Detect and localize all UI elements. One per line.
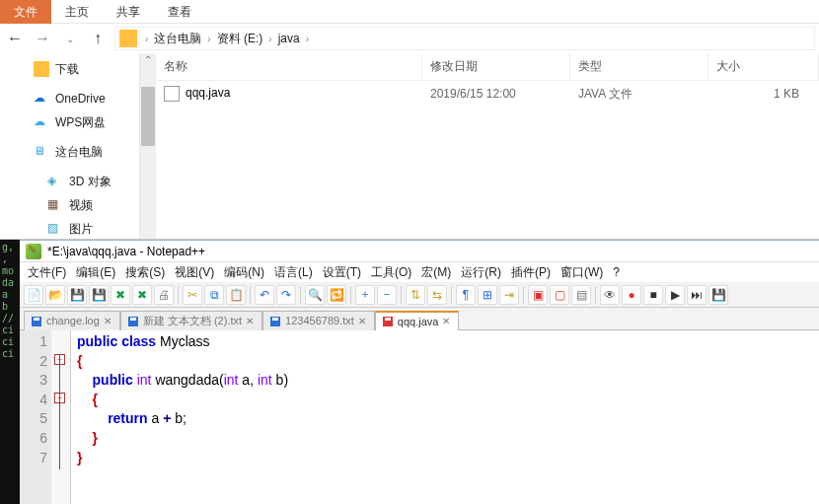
toolbar-separator bbox=[451, 286, 452, 304]
save-all-icon[interactable]: 💾 bbox=[89, 285, 109, 305]
scrollbar[interactable]: ⌃ bbox=[139, 53, 155, 239]
folder-icon bbox=[34, 61, 49, 77]
file-tabs: change.log✕新建 文本文档 (2).txt✕123456789.txt… bbox=[20, 308, 819, 329]
menu-item[interactable]: 运行(R) bbox=[457, 264, 505, 281]
hide-lines-icon[interactable]: ▤ bbox=[571, 285, 591, 305]
ribbon-tab-0[interactable]: 文件 bbox=[0, 0, 51, 24]
sidebar-item-0[interactable]: 下载 bbox=[0, 57, 155, 81]
sidebar-item-label: 3D 对象 bbox=[69, 174, 112, 190]
ribbon-tab-2[interactable]: 共享 bbox=[103, 0, 154, 24]
play-icon[interactable]: ▶ bbox=[665, 285, 685, 305]
scroll-up-icon[interactable]: ⌃ bbox=[140, 53, 155, 67]
line-number: 3 bbox=[20, 371, 47, 391]
unfold-icon[interactable]: ▢ bbox=[550, 285, 569, 305]
sidebar-item-3[interactable]: 🖥这台电脑 bbox=[0, 140, 155, 164]
copy-icon[interactable]: ⧉ bbox=[204, 285, 224, 305]
close-icon[interactable]: ✖ bbox=[111, 285, 130, 305]
file-tab[interactable]: change.log✕ bbox=[24, 311, 120, 330]
code-area[interactable]: public class Myclass{ public int wangdad… bbox=[71, 330, 819, 504]
explorer-ribbon-tabs: 文件主页共享查看 bbox=[0, 0, 819, 24]
zoom-out-icon[interactable]: － bbox=[377, 285, 397, 305]
repeat-icon[interactable]: ⏭ bbox=[687, 285, 707, 305]
breadcrumb-item[interactable]: java bbox=[276, 32, 302, 45]
breadcrumb-item[interactable]: 这台电脑 bbox=[152, 32, 203, 45]
undo-icon[interactable]: ↶ bbox=[255, 285, 274, 305]
up-button[interactable]: ↑ bbox=[87, 28, 109, 49]
cut-icon[interactable]: ✂ bbox=[183, 285, 202, 305]
background-terminal: g,,modaab//cicici bbox=[0, 240, 20, 504]
redo-icon[interactable]: ↷ bbox=[276, 285, 296, 305]
fold-icon[interactable]: ▣ bbox=[528, 285, 548, 305]
sidebar-item-1[interactable]: ☁OneDrive bbox=[0, 87, 155, 110]
close-tab-icon[interactable]: ✕ bbox=[246, 317, 256, 326]
sidebar-item-5[interactable]: ▦视频 bbox=[0, 193, 155, 217]
close-tab-icon[interactable]: ✕ bbox=[104, 317, 113, 326]
menu-item[interactable]: 编码(N) bbox=[220, 264, 268, 281]
menu-item[interactable]: ? bbox=[609, 265, 624, 279]
close-all-icon[interactable]: ✖ bbox=[132, 285, 152, 305]
code-editor[interactable]: 1234567 −− public class Myclass{ public … bbox=[20, 329, 819, 504]
column-size[interactable]: 大小 bbox=[708, 53, 819, 80]
breadcrumb[interactable]: › 这台电脑›资料 (E:)›java› bbox=[114, 27, 815, 50]
line-number: 5 bbox=[20, 409, 47, 429]
allchars-icon[interactable]: ⊞ bbox=[478, 285, 497, 305]
sidebar-item-6[interactable]: ▨图片 bbox=[0, 217, 155, 239]
wordwrap-icon[interactable]: ¶ bbox=[456, 285, 476, 305]
menu-item[interactable]: 文件(F) bbox=[24, 264, 70, 281]
menu-item[interactable]: 语言(L) bbox=[270, 264, 317, 281]
menu-item[interactable]: 窗口(W) bbox=[557, 264, 607, 281]
ribbon-tab-1[interactable]: 主页 bbox=[51, 0, 103, 24]
paste-icon[interactable]: 📋 bbox=[226, 285, 246, 305]
close-tab-icon[interactable]: ✕ bbox=[442, 317, 452, 326]
fold-margin[interactable]: −− bbox=[51, 330, 71, 504]
column-date[interactable]: 修改日期 bbox=[422, 53, 570, 80]
find-icon[interactable]: 🔍 bbox=[305, 285, 325, 305]
monitor-icon[interactable]: 👁 bbox=[600, 285, 620, 305]
stop-icon[interactable]: ■ bbox=[643, 285, 663, 305]
breadcrumb-item[interactable]: 资料 (E:) bbox=[215, 32, 265, 45]
open-file-icon[interactable]: 📂 bbox=[45, 285, 65, 305]
file-tab[interactable]: 123456789.txt✕ bbox=[262, 311, 375, 330]
close-tab-icon[interactable]: ✕ bbox=[358, 317, 368, 326]
forward-button[interactable]: → bbox=[32, 28, 53, 49]
save-macro-icon[interactable]: 💾 bbox=[708, 285, 728, 305]
file-tab[interactable]: 新建 文本文档 (2).txt✕ bbox=[120, 311, 262, 330]
toolbar-separator bbox=[300, 286, 301, 304]
recent-dropdown[interactable]: ⌄ bbox=[59, 28, 81, 49]
file-row[interactable]: qqq.java2019/6/15 12:00JAVA 文件1 KB bbox=[156, 81, 819, 107]
new-file-icon[interactable]: 📄 bbox=[24, 285, 43, 305]
window-titlebar[interactable]: *E:\java\qqq.java - Notepad++ bbox=[20, 241, 819, 262]
column-type[interactable]: 类型 bbox=[570, 53, 708, 80]
menu-item[interactable]: 宏(M) bbox=[417, 264, 455, 281]
menu-item[interactable]: 工具(O) bbox=[367, 264, 415, 281]
sync-v-icon[interactable]: ⇅ bbox=[406, 285, 425, 305]
replace-icon[interactable]: 🔁 bbox=[327, 285, 346, 305]
print-icon[interactable]: 🖨 bbox=[154, 285, 174, 305]
line-number: 1 bbox=[20, 332, 47, 352]
back-button[interactable]: ← bbox=[4, 28, 26, 49]
menu-item[interactable]: 设置(T) bbox=[319, 264, 365, 281]
sidebar-item-4[interactable]: ◈3D 对象 bbox=[0, 170, 155, 193]
sidebar-item-2[interactable]: ☁WPS网盘 bbox=[0, 110, 155, 134]
sync-h-icon[interactable]: ⇆ bbox=[427, 285, 447, 305]
unsaved-icon bbox=[382, 316, 394, 327]
image-icon: ▨ bbox=[47, 221, 63, 237]
save-icon[interactable]: 💾 bbox=[67, 285, 87, 305]
cloud-icon: ☁ bbox=[34, 91, 49, 107]
column-name[interactable]: 名称 bbox=[156, 53, 422, 80]
menu-item[interactable]: 插件(P) bbox=[507, 264, 555, 281]
notepadpp-icon bbox=[26, 244, 41, 259]
file-type: JAVA 文件 bbox=[570, 86, 708, 103]
menu-item[interactable]: 视图(V) bbox=[171, 264, 218, 281]
scrollbar-thumb[interactable] bbox=[141, 87, 155, 146]
file-tab[interactable]: qqq.java✕ bbox=[375, 311, 460, 330]
record-icon[interactable]: ● bbox=[622, 285, 641, 305]
menu-item[interactable]: 搜索(S) bbox=[121, 264, 169, 281]
zoom-in-icon[interactable]: ＋ bbox=[355, 285, 375, 305]
menu-item[interactable]: 编辑(E) bbox=[72, 264, 119, 281]
menu-bar: 文件(F)编辑(E)搜索(S)视图(V)编码(N)语言(L)设置(T)工具(O)… bbox=[20, 262, 819, 282]
ribbon-tab-3[interactable]: 查看 bbox=[154, 0, 205, 24]
line-number: 2 bbox=[20, 352, 47, 372]
folder-icon bbox=[119, 30, 137, 47]
indent-icon[interactable]: ⇥ bbox=[499, 285, 519, 305]
